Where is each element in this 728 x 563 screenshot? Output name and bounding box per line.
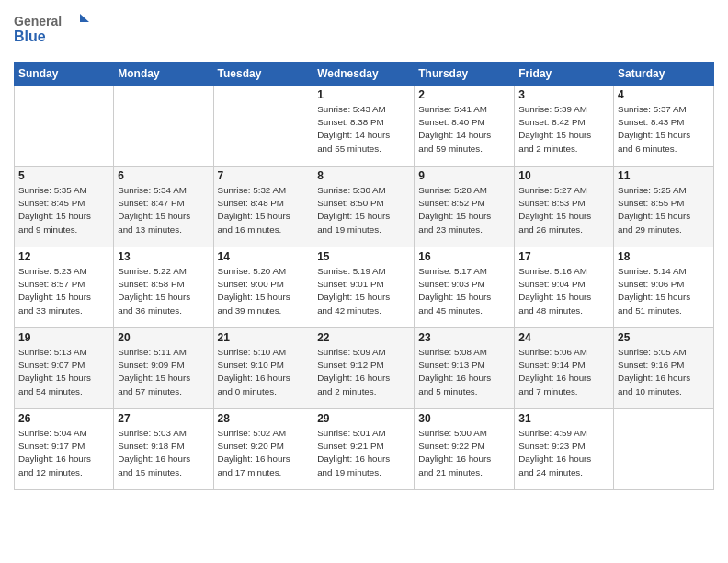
day-info: Sunrise: 5:41 AM Sunset: 8:40 PM Dayligh… (418, 103, 510, 155)
day-info: Sunrise: 5:02 AM Sunset: 9:20 PM Dayligh… (218, 427, 310, 479)
day-info: Sunrise: 5:05 AM Sunset: 9:16 PM Dayligh… (618, 346, 710, 398)
day-number: 21 (218, 331, 310, 344)
calendar-week-row: 5Sunrise: 5:35 AM Sunset: 8:45 PM Daylig… (15, 167, 714, 247)
calendar-cell: 12Sunrise: 5:23 AM Sunset: 8:57 PM Dayli… (15, 247, 114, 328)
day-number: 17 (518, 250, 609, 263)
day-of-week-header: Sunday (15, 63, 114, 86)
day-info: Sunrise: 4:59 AM Sunset: 9:23 PM Dayligh… (518, 427, 609, 479)
calendar-cell: 10Sunrise: 5:27 AM Sunset: 8:53 PM Dayli… (515, 167, 614, 247)
logo-area: General Blue (14, 9, 97, 54)
day-number: 31 (518, 412, 609, 425)
day-number: 30 (418, 412, 510, 425)
day-info: Sunrise: 5:37 AM Sunset: 8:43 PM Dayligh… (618, 103, 710, 155)
calendar-cell: 19Sunrise: 5:13 AM Sunset: 9:07 PM Dayli… (15, 328, 114, 409)
day-of-week-header: Wednesday (313, 63, 415, 86)
calendar-cell: 15Sunrise: 5:19 AM Sunset: 9:01 PM Dayli… (313, 247, 415, 328)
calendar-week-row: 1Sunrise: 5:43 AM Sunset: 8:38 PM Daylig… (15, 86, 714, 167)
day-number: 5 (18, 169, 109, 182)
day-info: Sunrise: 5:27 AM Sunset: 8:53 PM Dayligh… (518, 184, 609, 236)
calendar-cell: 27Sunrise: 5:03 AM Sunset: 9:18 PM Dayli… (114, 409, 213, 490)
calendar-cell: 1Sunrise: 5:43 AM Sunset: 8:38 PM Daylig… (313, 86, 415, 167)
calendar-cell: 7Sunrise: 5:32 AM Sunset: 8:48 PM Daylig… (213, 167, 313, 247)
day-info: Sunrise: 5:13 AM Sunset: 9:07 PM Dayligh… (18, 346, 109, 398)
calendar-cell: 6Sunrise: 5:34 AM Sunset: 8:47 PM Daylig… (114, 167, 213, 247)
calendar-cell: 4Sunrise: 5:37 AM Sunset: 8:43 PM Daylig… (614, 86, 714, 167)
calendar-cell: 2Sunrise: 5:41 AM Sunset: 8:40 PM Daylig… (415, 86, 515, 167)
day-info: Sunrise: 5:35 AM Sunset: 8:45 PM Dayligh… (18, 184, 109, 236)
calendar-cell (614, 409, 714, 490)
logo: General Blue (14, 9, 97, 54)
calendar-week-row: 12Sunrise: 5:23 AM Sunset: 8:57 PM Dayli… (15, 247, 714, 328)
day-number: 3 (518, 88, 609, 101)
day-number: 7 (218, 169, 310, 182)
day-info: Sunrise: 5:00 AM Sunset: 9:22 PM Dayligh… (418, 427, 510, 479)
day-info: Sunrise: 5:23 AM Sunset: 8:57 PM Dayligh… (18, 265, 109, 317)
header: General Blue (14, 9, 714, 54)
day-number: 12 (18, 250, 109, 263)
day-number: 24 (518, 331, 609, 344)
day-info: Sunrise: 5:28 AM Sunset: 8:52 PM Dayligh… (418, 184, 510, 236)
day-info: Sunrise: 5:08 AM Sunset: 9:13 PM Dayligh… (418, 346, 510, 398)
day-info: Sunrise: 5:43 AM Sunset: 8:38 PM Dayligh… (317, 103, 410, 155)
day-info: Sunrise: 5:34 AM Sunset: 8:47 PM Dayligh… (118, 184, 209, 236)
calendar-cell: 13Sunrise: 5:22 AM Sunset: 8:58 PM Dayli… (114, 247, 213, 328)
day-info: Sunrise: 5:20 AM Sunset: 9:00 PM Dayligh… (218, 265, 310, 317)
day-info: Sunrise: 5:11 AM Sunset: 9:09 PM Dayligh… (118, 346, 209, 398)
day-number: 26 (18, 412, 109, 425)
calendar-header-row: SundayMondayTuesdayWednesdayThursdayFrid… (15, 63, 714, 86)
day-number: 1 (317, 88, 410, 101)
day-info: Sunrise: 5:22 AM Sunset: 8:58 PM Dayligh… (118, 265, 209, 317)
calendar-cell: 9Sunrise: 5:28 AM Sunset: 8:52 PM Daylig… (415, 167, 515, 247)
calendar-cell: 22Sunrise: 5:09 AM Sunset: 9:12 PM Dayli… (313, 328, 415, 409)
day-number: 19 (18, 331, 109, 344)
day-number: 6 (118, 169, 209, 182)
day-info: Sunrise: 5:17 AM Sunset: 9:03 PM Dayligh… (418, 265, 510, 317)
calendar-cell: 28Sunrise: 5:02 AM Sunset: 9:20 PM Dayli… (213, 409, 313, 490)
calendar-cell: 31Sunrise: 4:59 AM Sunset: 9:23 PM Dayli… (515, 409, 614, 490)
calendar-cell: 30Sunrise: 5:00 AM Sunset: 9:22 PM Dayli… (415, 409, 515, 490)
page: General Blue SundayMondayTuesdayWednesda… (0, 0, 728, 563)
day-number: 20 (118, 331, 209, 344)
day-number: 22 (317, 331, 410, 344)
day-number: 15 (317, 250, 410, 263)
calendar-cell: 18Sunrise: 5:14 AM Sunset: 9:06 PM Dayli… (614, 247, 714, 328)
day-of-week-header: Tuesday (213, 63, 313, 86)
calendar-week-row: 26Sunrise: 5:04 AM Sunset: 9:17 PM Dayli… (15, 409, 714, 490)
day-number: 11 (618, 169, 710, 182)
day-info: Sunrise: 5:03 AM Sunset: 9:18 PM Dayligh… (118, 427, 209, 479)
calendar-cell: 14Sunrise: 5:20 AM Sunset: 9:00 PM Dayli… (213, 247, 313, 328)
calendar-cell: 24Sunrise: 5:06 AM Sunset: 9:14 PM Dayli… (515, 328, 614, 409)
svg-text:Blue: Blue (14, 29, 46, 44)
calendar-cell: 5Sunrise: 5:35 AM Sunset: 8:45 PM Daylig… (15, 167, 114, 247)
day-of-week-header: Monday (114, 63, 213, 86)
day-info: Sunrise: 5:25 AM Sunset: 8:55 PM Dayligh… (618, 184, 710, 236)
calendar-cell: 8Sunrise: 5:30 AM Sunset: 8:50 PM Daylig… (313, 167, 415, 247)
day-number: 9 (418, 169, 510, 182)
day-number: 16 (418, 250, 510, 263)
day-info: Sunrise: 5:09 AM Sunset: 9:12 PM Dayligh… (317, 346, 410, 398)
day-info: Sunrise: 5:04 AM Sunset: 9:17 PM Dayligh… (18, 427, 109, 479)
calendar-cell: 25Sunrise: 5:05 AM Sunset: 9:16 PM Dayli… (614, 328, 714, 409)
day-number: 14 (218, 250, 310, 263)
day-info: Sunrise: 5:19 AM Sunset: 9:01 PM Dayligh… (317, 265, 410, 317)
calendar-cell: 23Sunrise: 5:08 AM Sunset: 9:13 PM Dayli… (415, 328, 515, 409)
svg-text:General: General (14, 14, 62, 29)
day-info: Sunrise: 5:30 AM Sunset: 8:50 PM Dayligh… (317, 184, 410, 236)
day-number: 10 (518, 169, 609, 182)
day-number: 13 (118, 250, 209, 263)
day-number: 4 (618, 88, 710, 101)
calendar-cell: 3Sunrise: 5:39 AM Sunset: 8:42 PM Daylig… (515, 86, 614, 167)
calendar-cell: 16Sunrise: 5:17 AM Sunset: 9:03 PM Dayli… (415, 247, 515, 328)
day-of-week-header: Thursday (415, 63, 515, 86)
day-info: Sunrise: 5:39 AM Sunset: 8:42 PM Dayligh… (518, 103, 609, 155)
day-of-week-header: Saturday (614, 63, 714, 86)
calendar-cell: 17Sunrise: 5:16 AM Sunset: 9:04 PM Dayli… (515, 247, 614, 328)
day-info: Sunrise: 5:32 AM Sunset: 8:48 PM Dayligh… (218, 184, 310, 236)
calendar-cell: 26Sunrise: 5:04 AM Sunset: 9:17 PM Dayli… (15, 409, 114, 490)
day-number: 2 (418, 88, 510, 101)
day-info: Sunrise: 5:10 AM Sunset: 9:10 PM Dayligh… (218, 346, 310, 398)
svg-marker-1 (80, 14, 89, 22)
day-info: Sunrise: 5:14 AM Sunset: 9:06 PM Dayligh… (618, 265, 710, 317)
day-of-week-header: Friday (515, 63, 614, 86)
calendar-cell: 20Sunrise: 5:11 AM Sunset: 9:09 PM Dayli… (114, 328, 213, 409)
